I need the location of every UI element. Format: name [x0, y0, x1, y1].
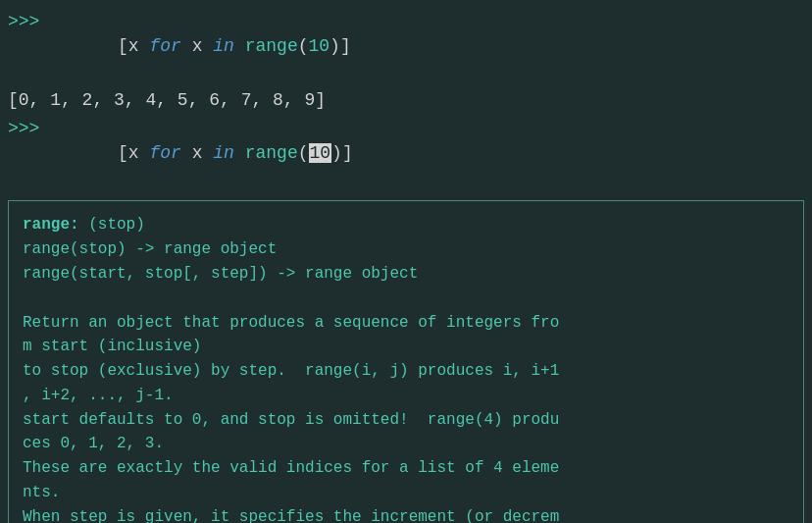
tooltip-line-5: to stop (exclusive) by step. range(i, j)… [23, 359, 789, 384]
kw-in-1: in [213, 36, 234, 56]
tooltip-line-1: range(stop) -> range object [23, 237, 789, 262]
tooltip-box: range: (stop) range(stop) -> range objec… [8, 200, 804, 523]
tooltip-blank [23, 287, 789, 311]
tooltip-line-4: m start (inclusive) [23, 335, 789, 359]
tooltip-line-9: These are exactly the valid indices for … [23, 456, 789, 481]
repl-line-2: >>> [x for x in range(10)] [0, 115, 812, 193]
num-10-1: 10 [309, 36, 330, 56]
close-2: )] [331, 143, 353, 163]
tooltip-title-rest: (stop) [79, 216, 145, 234]
close-1: )] [330, 36, 351, 56]
tooltip-line-8: ces 0, 1, 2, 3. [23, 432, 789, 456]
tooltip-range-keyword: range: [23, 216, 79, 234]
terminal: >>> [x for x in range(10)] [0, 1, 2, 3, … [0, 0, 812, 523]
kw-for-1: for [149, 36, 180, 56]
tooltip-title: range: (stop) [23, 213, 789, 237]
prompt-1: >>> [8, 10, 39, 34]
range-fn-2: range [245, 143, 298, 163]
kw-for-2: for [149, 143, 180, 163]
bracket-open-1: [x [107, 36, 149, 56]
tooltip-line-3: Return an object that produces a sequenc… [23, 311, 789, 336]
kw-in-2: in [213, 143, 234, 163]
code-1: [x for x in range(10)] [43, 10, 350, 84]
tooltip-line-7: start defaults to 0, and stop is omitted… [23, 408, 789, 433]
tooltip-line-2: range(start, stop[, step]) -> range obje… [23, 262, 789, 287]
code-2: [x for x in range(10)] [43, 117, 352, 191]
tooltip-line-10: nts. [23, 481, 789, 505]
prompt-2: >>> [8, 117, 39, 141]
repl-line-1: >>> [x for x in range(10)] [0, 8, 812, 86]
output-line-1: [0, 1, 2, 3, 4, 5, 6, 7, 8, 9] [0, 86, 812, 115]
bracket-open-2: [x [107, 143, 149, 163]
space-1: x [181, 36, 213, 56]
tooltip-line-11: When step is given, it specifies the inc… [23, 505, 789, 523]
tooltip-line-6: , i+2, ..., j-1. [23, 384, 789, 408]
paren-1: ( [298, 36, 309, 56]
space-4 [234, 143, 245, 163]
space-3: x [181, 143, 213, 163]
cursor-highlight: 10 [309, 143, 332, 163]
space-2 [234, 36, 245, 56]
paren-2: ( [298, 143, 309, 163]
range-fn-1: range [245, 36, 298, 56]
